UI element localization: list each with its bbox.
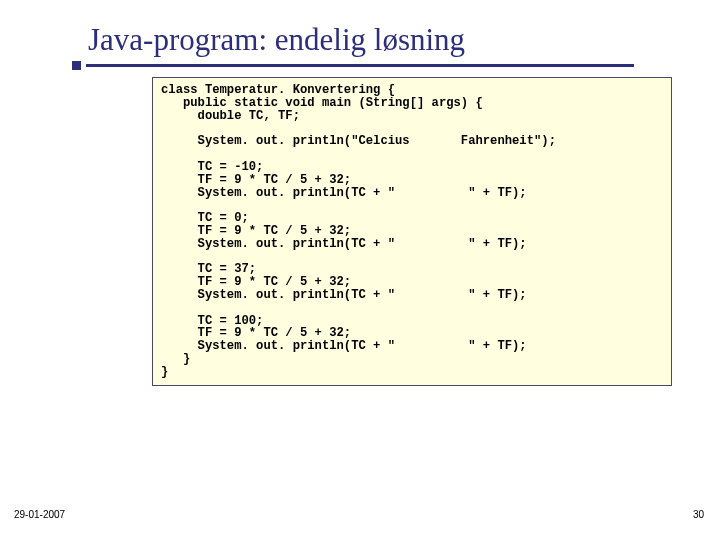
slide-title: Java-program: endelig løsning <box>0 0 720 64</box>
code-block: class Temperatur. Konvertering { public … <box>152 77 672 386</box>
footer-page-number: 30 <box>693 509 704 520</box>
code-text: class Temperatur. Konvertering { public … <box>161 84 663 379</box>
footer-date: 29-01-2007 <box>14 509 65 520</box>
title-underline <box>86 64 634 67</box>
